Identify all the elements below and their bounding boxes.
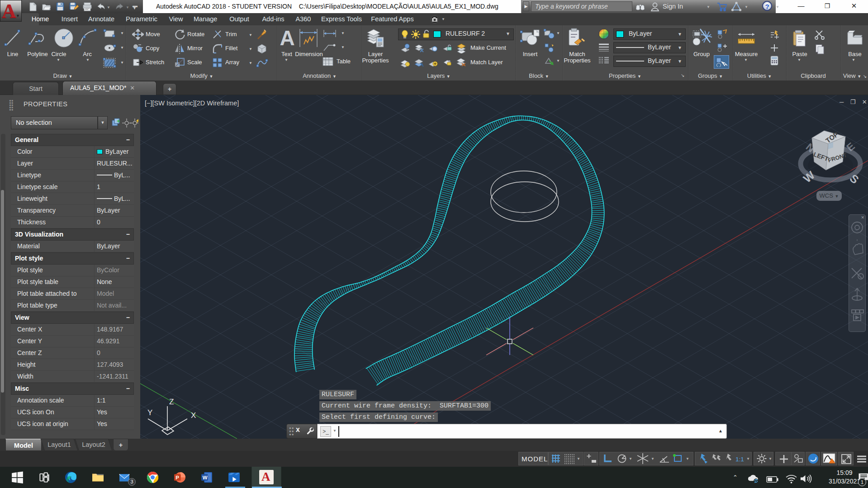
- svg-text:+: +: [117, 118, 120, 124]
- svg-text:X: X: [191, 411, 196, 420]
- svg-text:Z: Z: [169, 398, 174, 406]
- svg-text:Y: Y: [147, 408, 152, 417]
- svg-text:P: P: [175, 475, 179, 480]
- svg-text:⚡: ⚡: [135, 118, 138, 123]
- svg-text:W: W: [203, 475, 208, 480]
